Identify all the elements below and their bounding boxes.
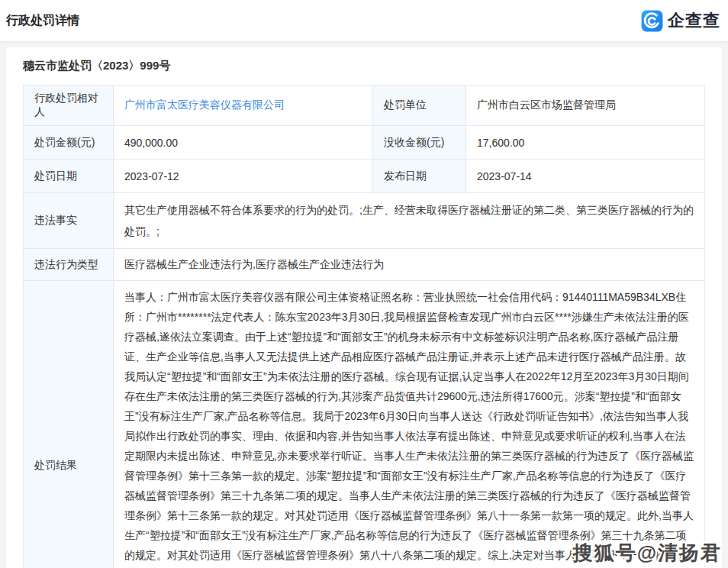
table-row: 处罚结果 当事人：广州市富太医疗美容仪器有限公司主体资格证照名称：营业执照统一社…: [24, 281, 705, 568]
company-link[interactable]: 广州市富太医疗美容仪器有限公司: [124, 98, 285, 111]
table-row: 违法事实 其它生产使用器械不符合体系要求的行为的处罚。;生产、经营未取得医疗器械…: [24, 193, 705, 249]
field-value-penalty-authority: 广州市白云区市场监督管理局: [466, 86, 705, 126]
table-row: 处罚日期 2023-07-12 发布日期 2023-07-14: [24, 160, 705, 193]
field-label-confiscated-amount: 没收金额(元): [373, 126, 466, 160]
field-label-penalty-result: 处罚结果: [24, 281, 114, 568]
field-label-violation-type: 违法行为类型: [24, 249, 114, 281]
penalty-card: 穗云市监处罚〈2023〉999号 行政处罚相对人 广州市富太医疗美容仪器有限公司…: [6, 47, 722, 568]
table-row: 行政处罚相对人 广州市富太医疗美容仪器有限公司 处罚单位 广州市白云区市场监督管…: [24, 86, 705, 126]
field-value-penalty-target: 广州市富太医疗美容仪器有限公司: [114, 86, 373, 126]
field-label-penalty-date: 处罚日期: [24, 160, 114, 193]
field-value-confiscated-amount: 17,600.00: [466, 126, 705, 160]
page-title: 行政处罚详情: [6, 13, 79, 29]
qichacha-logo[interactable]: 企查查: [641, 9, 720, 32]
field-label-illegal-facts: 违法事实: [24, 193, 114, 249]
doc-number: 穗云市监处罚〈2023〉999号: [23, 59, 705, 73]
table-row: 处罚金额(元) 490,000.00 没收金额(元) 17,600.00: [24, 126, 705, 160]
penalty-detail-page: 行政处罚详情 企查查: [0, 0, 728, 568]
field-value-illegal-facts: 其它生产使用器械不符合体系要求的行为的处罚。;生产、经营未取得医疗器械注册证的第…: [114, 193, 705, 249]
field-label-penalty-authority: 处罚单位: [373, 86, 466, 126]
page-header: 行政处罚详情 企查查: [0, 0, 728, 42]
field-label-publish-date: 发布日期: [373, 160, 466, 193]
qichacha-brand-text: 企查查: [668, 9, 720, 32]
field-value-penalty-result: 当事人：广州市富太医疗美容仪器有限公司主体资格证照名称：营业执照统一社会信用代码…: [114, 281, 705, 568]
field-label-penalty-amount: 处罚金额(元): [24, 126, 114, 160]
field-value-penalty-date: 2023-07-12: [114, 160, 373, 193]
field-label-penalty-target: 行政处罚相对人: [24, 86, 114, 126]
field-value-publish-date: 2023-07-14: [466, 160, 705, 193]
penalty-table: 行政处罚相对人 广州市富太医疗美容仪器有限公司 处罚单位 广州市白云区市场监督管…: [23, 85, 705, 568]
table-row: 违法行为类型 医疗器械生产企业违法行为,医疗器械生产企业违法行为: [24, 249, 705, 281]
qichacha-icon: [641, 10, 663, 32]
field-value-penalty-amount: 490,000.00: [114, 126, 373, 160]
field-value-violation-type: 医疗器械生产企业违法行为,医疗器械生产企业违法行为: [114, 249, 705, 281]
